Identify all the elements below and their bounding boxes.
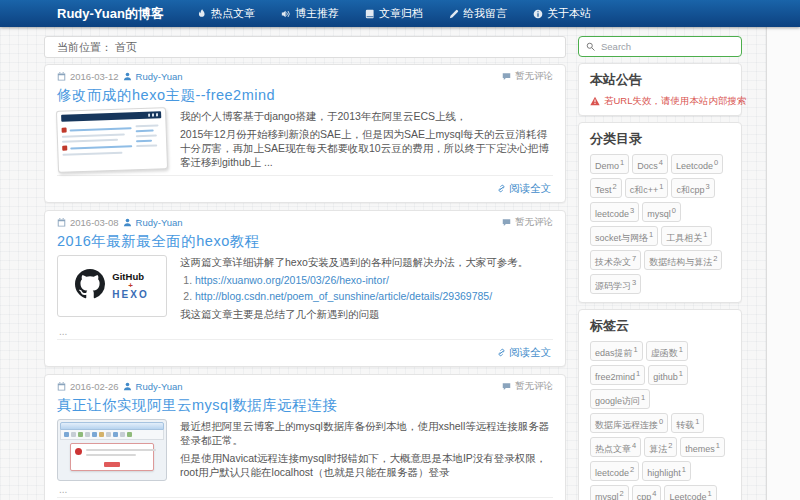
tagcloud-tag[interactable]: free2mind1: [590, 365, 645, 385]
tag-name: 转载: [676, 420, 694, 430]
tag-name: highlight: [647, 468, 681, 478]
github-octocat-icon: [75, 269, 105, 303]
read-more-label: 阅读全文: [509, 182, 551, 196]
read-more-bar: 阅读全文: [57, 175, 553, 198]
sidebar: 本站公告 若URL失效，请使用本站内部搜索 分类目录 Demo1Docs4Lee…: [578, 36, 742, 500]
article-title-link[interactable]: 真正让你实现阿里云mysql数据库远程连接: [57, 397, 337, 413]
article-author-link[interactable]: Rudy-Yuan: [136, 381, 183, 392]
fire-icon: [197, 9, 207, 19]
category-tag[interactable]: socket与网络1: [590, 226, 658, 246]
category-tag[interactable]: c和cpp3: [671, 178, 714, 198]
search-icon: [586, 42, 595, 51]
tag-count: 7: [632, 254, 636, 263]
tag-name: Leetcode: [676, 161, 713, 171]
reference-link-item: http://blog.csdn.net/poem_of_sunshine/ar…: [195, 289, 553, 303]
read-more-link[interactable]: 阅读全文: [497, 346, 551, 360]
info-icon: [533, 9, 543, 19]
article-excerpt: 我的个人博客基于django搭建，于2013年在阿里云ECS上线， 2015年1…: [180, 109, 553, 173]
breadcrumb-home-link[interactable]: 首页: [115, 41, 137, 53]
tag-count: 3: [705, 182, 709, 191]
breadcrumb-label: 当前位置：: [57, 41, 112, 53]
article-author-link[interactable]: Rudy-Yuan: [136, 71, 183, 82]
tagcloud-tag[interactable]: Leetcode1: [664, 485, 716, 500]
category-tag[interactable]: 数据结构与算法2: [644, 250, 722, 270]
main-nav: 热点文章 博主推荐 文章归档 给我留言 关于本站: [184, 6, 604, 21]
comments-link[interactable]: 暂无评论: [515, 380, 553, 393]
reference-links: https://xuanwo.org/2015/03/26/hexo-intor…: [195, 273, 553, 303]
article-title-link[interactable]: 修改而成的hexo主题--free2mind: [57, 87, 275, 103]
tagcloud-tag[interactable]: leetcode2: [590, 461, 639, 481]
tagcloud-tag[interactable]: 算法2: [644, 437, 677, 457]
article-thumbnail-blog-screenshot[interactable]: [56, 107, 168, 173]
panel-title: 本站公告: [590, 71, 730, 89]
tag-name: 源码学习: [595, 281, 631, 291]
article-thumbnail-github-hexo[interactable]: GitHub + HEXO: [57, 255, 167, 317]
tagcloud-tag[interactable]: cpp4: [632, 485, 662, 500]
comment-icon: [502, 382, 511, 391]
category-tag[interactable]: c和c++1: [625, 178, 669, 198]
read-more-label: 阅读全文: [509, 346, 551, 360]
megaphone-icon: [281, 9, 291, 19]
article-author-link[interactable]: Rudy-Yuan: [136, 217, 183, 228]
tag-count: 2: [613, 182, 617, 191]
tag-name: 技术杂文: [595, 257, 631, 267]
panel-categories: 分类目录 Demo1Docs4Leetcode0Test2c和c++1c和cpp…: [578, 122, 742, 303]
tag-count: 1: [659, 182, 663, 191]
tag-name: socket与网络: [595, 233, 648, 243]
nav-item-about[interactable]: 关于本站: [520, 6, 604, 21]
content-column: 当前位置： 首页 2016-03-12 Rudy-Yuan 暂无评论 修改而成的…: [44, 36, 566, 500]
tagcloud-tag[interactable]: mysql2: [590, 485, 629, 500]
tagcloud-tag[interactable]: highlight1: [642, 461, 691, 481]
reference-link[interactable]: http://blog.csdn.net/poem_of_sunshine/ar…: [195, 290, 492, 302]
nav-item-archive[interactable]: 文章归档: [352, 6, 436, 21]
comments-link[interactable]: 暂无评论: [515, 216, 553, 229]
tag-count: 3: [630, 206, 634, 215]
comments-meta: 暂无评论: [502, 380, 553, 393]
tagcloud-tag[interactable]: google访问1: [590, 389, 650, 409]
category-tag[interactable]: mysql0: [642, 202, 681, 222]
tag-count: 1: [620, 158, 624, 167]
nav-item-message[interactable]: 给我留言: [436, 6, 520, 21]
category-tag[interactable]: 源码学习3: [590, 274, 641, 294]
tagcloud-tag[interactable]: 热点文章4: [590, 437, 641, 457]
panel-title: 标签云: [590, 317, 730, 335]
category-tag[interactable]: Test2: [590, 178, 622, 198]
category-tag[interactable]: Demo1: [590, 154, 629, 174]
site-brand[interactable]: Rudy-Yuan的博客: [57, 5, 164, 23]
tagcloud-tag[interactable]: 虚函数1: [646, 341, 688, 361]
tagcloud-tag[interactable]: github1: [648, 365, 688, 385]
calendar-icon: [57, 72, 66, 81]
tag-count: 1: [716, 441, 720, 450]
tagcloud-tag[interactable]: edas提前1: [590, 341, 643, 361]
article-card: 2016-02-26 Rudy-Yuan 暂无评论 真正让你实现阿里云mysql…: [44, 374, 566, 500]
nav-item-hot-posts[interactable]: 热点文章: [184, 6, 268, 21]
tagcloud-tag[interactable]: themes1: [680, 437, 725, 457]
tag-name: 数据结构与算法: [649, 257, 712, 267]
comments-link[interactable]: 暂无评论: [515, 70, 553, 83]
nav-item-recommend[interactable]: 博主推荐: [268, 6, 352, 21]
tag-name: edas提前: [595, 348, 633, 358]
read-more-link[interactable]: 阅读全文: [497, 182, 551, 196]
tag-count: 3: [632, 278, 636, 287]
tag-count: 2: [620, 489, 624, 498]
tag-name: 工具相关: [666, 233, 702, 243]
search-box: [578, 36, 742, 57]
category-tag[interactable]: leetcode3: [590, 202, 639, 222]
tagcloud-tag[interactable]: 转载1: [671, 413, 704, 433]
article-thumbnail-navicat-error[interactable]: [57, 419, 167, 481]
category-tag[interactable]: 工具相关1: [661, 226, 712, 246]
tag-count: 0: [714, 158, 718, 167]
search-input[interactable]: [599, 40, 734, 53]
dialog-button: [104, 462, 120, 467]
nav-label: 博主推荐: [295, 6, 339, 21]
tag-name: mysql: [647, 209, 671, 219]
article-title-link[interactable]: 2016年最新最全面的hexo教程: [57, 233, 260, 249]
tagcloud-tag[interactable]: 数据库远程连接0: [590, 413, 668, 433]
tag-count: 2: [668, 441, 672, 450]
user-icon: [123, 218, 132, 227]
category-tag[interactable]: Docs4: [632, 154, 668, 174]
reference-link[interactable]: https://xuanwo.org/2015/03/26/hexo-intor…: [195, 274, 389, 286]
link-icon: [497, 184, 506, 193]
category-tag[interactable]: 技术杂文7: [590, 250, 641, 270]
category-tag[interactable]: Leetcode0: [671, 154, 723, 174]
